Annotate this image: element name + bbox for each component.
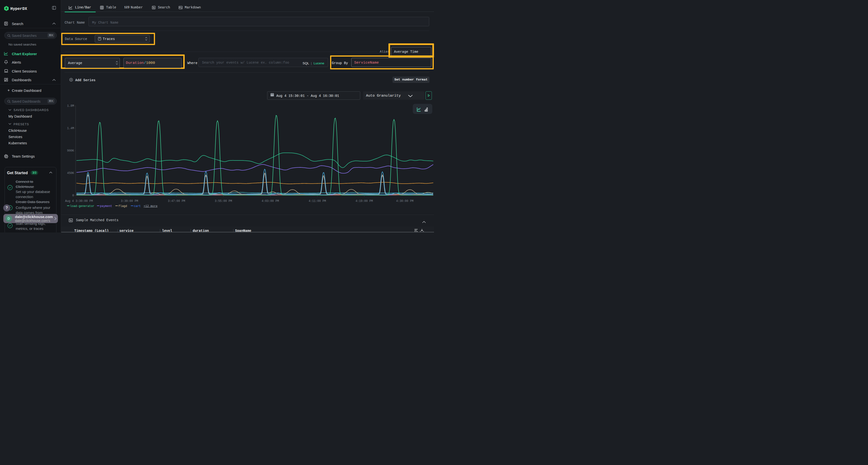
svg-text:1.4M: 1.4M	[67, 127, 74, 130]
svg-text:1.8M: 1.8M	[67, 104, 74, 108]
svg-text:load-generator: load-generator	[70, 204, 94, 208]
svg-text:flagd: flagd	[118, 204, 127, 208]
svg-text:0: 0	[72, 194, 74, 197]
svg-text:payment: payment	[100, 204, 112, 208]
svg-text:900K: 900K	[67, 149, 74, 153]
svg-text:4:19:00 PM: 4:19:00 PM	[355, 199, 373, 203]
svg-text:3:39:00 PM: 3:39:00 PM	[121, 199, 138, 203]
svg-text:3:47:00 PM: 3:47:00 PM	[168, 199, 185, 203]
svg-text:4:30:00 PM: 4:30:00 PM	[396, 199, 413, 203]
svg-text:4:03:00 PM: 4:03:00 PM	[261, 199, 279, 203]
svg-text:cart: cart	[134, 204, 141, 208]
svg-text:Aug 4 3:30:00 PM: Aug 4 3:30:00 PM	[65, 199, 93, 203]
svg-text:4:11:00 PM: 4:11:00 PM	[309, 199, 326, 203]
svg-text:+12 more: +12 more	[144, 204, 158, 208]
svg-text:3:55:00 PM: 3:55:00 PM	[215, 199, 232, 203]
svg-text:450K: 450K	[67, 171, 74, 175]
